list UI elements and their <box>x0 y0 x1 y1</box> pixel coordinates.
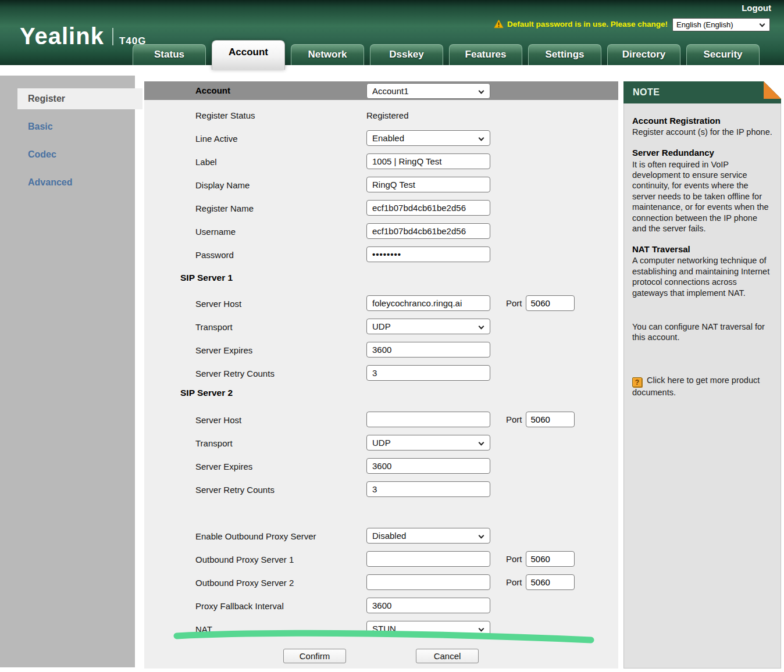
row-display-name: Display Name <box>144 173 618 196</box>
sidebar-item-register[interactable]: Register <box>17 88 142 109</box>
field-label: Outbound Proxy Server 2 <box>195 578 294 588</box>
help-question-icon[interactable]: ? <box>632 377 642 387</box>
display-name-input[interactable] <box>366 177 490 192</box>
outbound-proxy-port-2-input[interactable] <box>526 574 575 590</box>
field-label: Proxy Fallback Interval <box>195 601 284 611</box>
note-title: NOTE <box>633 87 660 97</box>
form-buttons: Confirm Cancel <box>144 649 618 664</box>
register-status-value: Registered <box>366 110 409 120</box>
server-retry-1-input[interactable] <box>366 365 490 381</box>
account-select-wrap: Account1 <box>366 83 490 99</box>
port-group: Port <box>506 412 575 427</box>
outbound-proxy-1-input[interactable] <box>366 551 490 567</box>
help-link-text[interactable]: Click here to get more product documents… <box>632 376 760 397</box>
row-transport-1: Transport UDP <box>144 315 618 338</box>
port-group: Port <box>506 295 575 311</box>
section-sip-server-1: SIP Server 1 <box>144 266 618 292</box>
note-body: Account Registration Register account (s… <box>623 103 781 669</box>
row-password: Password <box>144 243 618 266</box>
server-expires-2-input[interactable] <box>366 458 490 474</box>
row-line-active: Line Active Enabled <box>144 127 618 150</box>
row-transport-2: Transport UDP <box>144 431 618 455</box>
field-label: Display Name <box>195 180 250 190</box>
row-register-status: Register Status Registered <box>144 103 618 127</box>
field-label: Transport <box>195 322 233 332</box>
field-label: Register Name <box>195 203 254 213</box>
field-label: Password <box>195 250 234 260</box>
folded-corner-icon <box>764 81 781 99</box>
note-panel: NOTE Account Registration Register accou… <box>623 81 781 669</box>
field-label: Server Expires <box>195 462 252 471</box>
field-label: Server Host <box>195 415 241 425</box>
row-server-expires-2: Server Expires <box>144 455 618 478</box>
transport-1-select[interactable]: UDP <box>367 319 490 334</box>
sidebar-item-basic[interactable]: Basic <box>17 116 125 137</box>
section-heading: SIP Server 1 <box>180 273 233 283</box>
line-active-select[interactable]: Enabled <box>367 131 490 145</box>
server-host-1-input[interactable] <box>366 295 490 311</box>
row-username: Username <box>144 220 618 243</box>
password-warning: Default password is in use. Please chang… <box>494 19 668 28</box>
tab-account[interactable]: Account <box>212 40 285 70</box>
field-label: Transport <box>195 438 233 448</box>
tab-status[interactable]: Status <box>133 44 206 65</box>
tab-security[interactable]: Security <box>686 44 760 65</box>
outbound-proxy-2-input[interactable] <box>366 574 490 590</box>
field-label: NAT <box>195 624 212 634</box>
row-proxy-fallback: Proxy Fallback Interval <box>144 594 618 617</box>
tab-features[interactable]: Features <box>449 44 522 65</box>
server-host-2-input[interactable] <box>366 412 490 427</box>
transport-1-select-wrap: UDP <box>366 319 490 334</box>
account-header-row: Account Account1 <box>144 81 618 100</box>
field-label: Server Retry Counts <box>195 369 275 378</box>
row-label: Label <box>144 150 618 173</box>
transport-2-select[interactable]: UDP <box>367 435 490 450</box>
server-retry-2-input[interactable] <box>366 481 490 497</box>
field-label: Register Status <box>195 110 255 120</box>
sidebar-item-advanced[interactable]: Advanced <box>17 172 125 193</box>
sidebar-item-codec[interactable]: Codec <box>17 144 125 165</box>
logout-link[interactable]: Logout <box>742 3 771 13</box>
password-input[interactable] <box>366 246 490 262</box>
nat-select-wrap: STUN <box>366 621 490 637</box>
language-select-wrap: English (English) <box>672 18 770 31</box>
server-expires-1-input[interactable] <box>366 342 490 358</box>
row-outbound-proxy-2: Outbound Proxy Server 2 Port <box>144 571 618 594</box>
server-port-2-input[interactable] <box>526 412 575 427</box>
left-sidebar: Register Basic Codec Advanced <box>0 76 135 667</box>
logo-divider <box>112 28 113 45</box>
port-group: Port <box>506 574 575 590</box>
field-label: Enable Outbound Proxy Server <box>195 531 316 541</box>
top-header: Yealink T40G Logout Default password is … <box>0 0 784 65</box>
row-server-expires-1: Server Expires <box>144 338 618 362</box>
tab-settings[interactable]: Settings <box>528 44 601 65</box>
tab-dsskey[interactable]: Dsskey <box>370 44 443 65</box>
proxy-fallback-input[interactable] <box>366 598 490 613</box>
line-active-select-wrap: Enabled <box>366 130 490 146</box>
enable-outbound-proxy-select[interactable]: Disabled <box>367 528 490 543</box>
section-sip-server-2: SIP Server 2 <box>144 385 618 408</box>
register-name-input[interactable] <box>366 200 490 216</box>
row-register-name: Register Name <box>144 196 618 220</box>
tab-directory[interactable]: Directory <box>607 44 680 65</box>
port-label: Port <box>506 554 522 564</box>
note-section-text: A computer networking technique of estab… <box>632 255 772 298</box>
port-label: Port <box>506 298 522 308</box>
confirm-button[interactable]: Confirm <box>283 649 346 663</box>
yealink-logo: Yealink T40G <box>20 23 146 49</box>
outbound-proxy-port-1-input[interactable] <box>526 551 575 567</box>
cancel-button[interactable]: Cancel <box>416 649 479 663</box>
field-label: Username <box>195 227 236 237</box>
label-input[interactable] <box>366 153 490 169</box>
tab-network[interactable]: Network <box>291 44 364 65</box>
spacer <box>144 501 618 524</box>
note-extra-text: You can configure NAT traversal for this… <box>632 321 772 343</box>
username-input[interactable] <box>366 223 490 239</box>
note-section-text: It is often required in VoIP development… <box>632 159 772 234</box>
server-port-1-input[interactable] <box>526 295 575 311</box>
field-label: Outbound Proxy Server 1 <box>195 555 294 564</box>
account-select[interactable]: Account1 <box>367 84 490 98</box>
outbound-proxy-select-wrap: Disabled <box>366 528 490 544</box>
nat-select[interactable]: STUN <box>367 621 490 636</box>
language-select[interactable]: English (English) <box>673 19 769 31</box>
